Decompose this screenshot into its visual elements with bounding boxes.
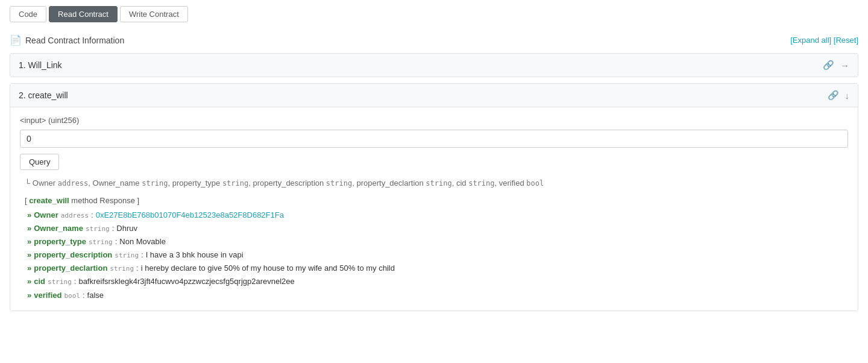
field-value-property-declartion: i hereby declare to give 50% of my house… bbox=[141, 262, 395, 275]
field-type-property-type: string bbox=[89, 237, 113, 248]
field-name-property-description: property_description bbox=[34, 248, 112, 262]
field-value-owner: 0xE27E8bE768b01070F4eb12523e8a52F8D682F1… bbox=[96, 209, 284, 222]
tab-bar: Code Read Contract Write Contract bbox=[10, 6, 858, 22]
field-name-property-declartion: property_declartion bbox=[34, 262, 107, 275]
create-will-label: 2. create_will bbox=[19, 90, 68, 100]
uint256-input[interactable] bbox=[20, 130, 848, 148]
query-button[interactable]: Query bbox=[20, 154, 59, 170]
create-will-collapse-icon[interactable]: ↓ bbox=[845, 90, 850, 101]
colon-property-declartion: : bbox=[136, 262, 139, 275]
field-value-property-description: I have a 3 bhk house in vapi bbox=[146, 248, 244, 262]
field-value-property-type: Non Movable bbox=[119, 235, 166, 248]
arrow-icon-property-description: » bbox=[27, 248, 31, 262]
reset-link[interactable]: [Reset] bbox=[834, 36, 858, 45]
arrow-icon-owner: » bbox=[27, 209, 31, 222]
create-will-header[interactable]: 2. create_will 🔗 ↓ bbox=[10, 84, 858, 107]
arrow-icon-property-type: » bbox=[27, 235, 31, 248]
field-value-cid: bafkreifsrsklegk4r3jft4fucwvo4pzzwczjecs… bbox=[78, 275, 294, 288]
field-type-owner: address bbox=[61, 210, 89, 222]
tab-write-contract[interactable]: Write Contract bbox=[120, 6, 188, 22]
tab-code[interactable]: Code bbox=[10, 6, 46, 22]
return-type-info: └ Owner address, Owner_name string, prop… bbox=[20, 178, 848, 188]
field-value-owner-name: Dhruv bbox=[116, 222, 137, 235]
field-name-owner: Owner bbox=[34, 209, 58, 222]
document-icon: 📄 bbox=[10, 34, 22, 46]
contract-item-create-will: 2. create_will 🔗 ↓ <input> (uint256) Que… bbox=[10, 83, 858, 311]
will-link-icons: 🔗 → bbox=[823, 60, 849, 71]
colon-property-description: : bbox=[141, 248, 143, 262]
response-row-property-declartion: » property_declartion string : i hereby … bbox=[25, 262, 848, 275]
response-row-owner-name: » Owner_name string : Dhruv bbox=[25, 222, 848, 235]
response-row-verified: » verified bool : false bbox=[25, 289, 848, 302]
field-type-owner-name: string bbox=[86, 224, 110, 235]
field-name-cid: cid bbox=[34, 275, 45, 288]
create-will-icons: 🔗 ↓ bbox=[828, 90, 850, 101]
section-header: 📄 Read Contract Information [Expand all]… bbox=[10, 34, 858, 46]
will-link-expand-icon[interactable]: → bbox=[840, 60, 849, 71]
field-value-verified: false bbox=[87, 289, 104, 302]
create-will-anchor-icon[interactable]: 🔗 bbox=[828, 90, 839, 101]
field-name-property-type: property_type bbox=[34, 235, 86, 248]
field-name-verified: verified bbox=[34, 289, 61, 302]
section-title: 📄 Read Contract Information bbox=[10, 34, 124, 46]
field-name-owner-name: Owner_name bbox=[34, 222, 83, 235]
expand-all-link[interactable]: [Expand all] bbox=[790, 36, 831, 45]
response-block: [ create_will method Response ] » Owner … bbox=[20, 196, 848, 302]
response-row-cid: » cid string : bafkreifsrsklegk4r3jft4fu… bbox=[25, 275, 848, 288]
colon-cid: : bbox=[74, 275, 77, 288]
colon-owner: : bbox=[91, 209, 93, 222]
input-label: <input> (uint256) bbox=[20, 116, 848, 125]
arrow-icon-owner-name: » bbox=[27, 222, 31, 235]
create-will-body: <input> (uint256) Query └ Owner address,… bbox=[10, 107, 858, 311]
field-type-property-description: string bbox=[115, 250, 139, 262]
will-link-anchor-icon[interactable]: 🔗 bbox=[823, 60, 834, 71]
field-type-cid: string bbox=[48, 277, 72, 288]
will-link-header[interactable]: 1. Will_Link 🔗 → bbox=[10, 54, 858, 77]
field-type-property-declartion: string bbox=[110, 264, 134, 275]
section-title-text: Read Contract Information bbox=[25, 36, 124, 45]
arrow-icon-verified: » bbox=[27, 289, 31, 302]
response-row-property-type: » property_type string : Non Movable bbox=[25, 235, 848, 248]
response-row-property-description: » property_description string : I have a… bbox=[25, 248, 848, 262]
tab-read-contract[interactable]: Read Contract bbox=[49, 6, 118, 22]
response-row-owner: » Owner address : 0xE27E8bE768b01070F4eb… bbox=[25, 209, 848, 222]
colon-verified: : bbox=[83, 289, 85, 302]
colon-property-type: : bbox=[115, 235, 118, 248]
arrow-icon-cid: » bbox=[27, 275, 31, 288]
expand-reset-controls: [Expand all] [Reset] bbox=[790, 36, 858, 45]
will-link-label: 1. Will_Link bbox=[19, 60, 62, 70]
arrow-icon-property-declartion: » bbox=[27, 262, 31, 275]
response-title: [ create_will method Response ] bbox=[25, 196, 848, 205]
colon-owner-name: : bbox=[112, 222, 115, 235]
contract-item-will-link: 1. Will_Link 🔗 → bbox=[10, 53, 858, 77]
field-type-verified: bool bbox=[64, 291, 80, 302]
